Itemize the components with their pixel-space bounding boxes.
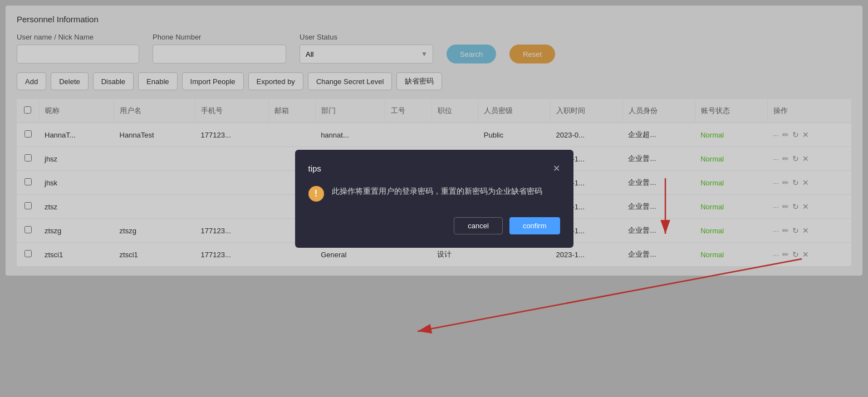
modal-overlay: tips ✕ ! 此操作将重置用户的登录密码，重置的新密码为企业缺省密码 can…	[0, 0, 868, 397]
modal-footer: cancel confirm	[308, 217, 560, 234]
confirm-button[interactable]: confirm	[509, 217, 560, 234]
cancel-button[interactable]: cancel	[454, 217, 503, 234]
modal-body: ! 此操作将重置用户的登录密码，重置的新密码为企业缺省密码	[308, 185, 560, 202]
warning-icon: !	[308, 186, 324, 202]
modal-message: 此操作将重置用户的登录密码，重置的新密码为企业缺省密码	[332, 185, 542, 197]
modal-header: tips ✕	[308, 163, 560, 174]
tips-modal: tips ✕ ! 此操作将重置用户的登录密码，重置的新密码为企业缺省密码 can…	[295, 150, 573, 248]
modal-close-button[interactable]: ✕	[553, 163, 560, 174]
modal-title: tips	[308, 164, 321, 173]
